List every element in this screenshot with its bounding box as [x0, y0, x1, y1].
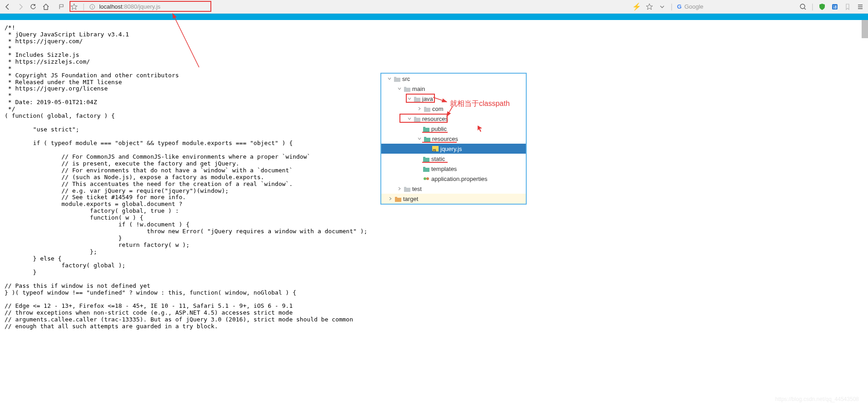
svg-rect-20 — [414, 117, 416, 118]
svg-rect-15 — [414, 98, 420, 102]
svg-rect-26 — [423, 157, 425, 158]
tree-src[interactable]: src — [381, 74, 526, 84]
folder-icon — [394, 76, 400, 81]
tree-resources[interactable]: resources — [381, 114, 526, 124]
folder-icon — [423, 156, 429, 161]
svg-rect-11 — [394, 78, 400, 82]
menu-icon[interactable] — [856, 3, 864, 11]
svg-rect-17 — [424, 108, 430, 112]
star-icon-right[interactable] — [645, 3, 653, 11]
svg-rect-21 — [423, 128, 429, 132]
scrollbar-thumb[interactable] — [862, 20, 868, 38]
project-tree-panel: src main java com resources public resou… — [380, 73, 527, 205]
tree-target[interactable]: target — [381, 194, 526, 204]
back-button[interactable] — [4, 3, 12, 11]
url-host: localhost — [99, 3, 122, 10]
google-icon: G — [677, 3, 682, 10]
js-file-icon — [432, 146, 439, 151]
svg-rect-27 — [423, 168, 429, 172]
info-icon[interactable]: i — [89, 3, 95, 11]
tab-icon[interactable] — [57, 3, 65, 11]
url-port: :8080 — [122, 3, 137, 10]
dropdown-icon[interactable] — [658, 3, 666, 11]
tree-static[interactable]: static — [381, 154, 526, 164]
browser-toolbar: | i localhost:8080/jquery.js ⚡ | G Googl… — [0, 0, 868, 14]
svg-rect-33 — [395, 198, 401, 202]
blue-divider — [0, 14, 868, 20]
annotation-text-classpath: 就相当于classpath — [450, 99, 510, 109]
translate-icon[interactable]: 译 — [831, 3, 839, 11]
svg-rect-23 — [424, 138, 430, 142]
svg-rect-14 — [404, 87, 406, 88]
url-path: /jquery.js — [137, 3, 160, 10]
svg-point-2 — [800, 4, 805, 9]
flash-icon[interactable]: ⚡ — [633, 3, 641, 11]
svg-rect-18 — [424, 107, 426, 108]
folder-icon — [424, 136, 430, 141]
tree-appprops[interactable]: application.properties — [381, 174, 526, 184]
svg-rect-31 — [404, 188, 410, 192]
annotation-underline-public — [422, 132, 448, 133]
svg-rect-12 — [394, 77, 396, 78]
search-engine-label: Google — [684, 3, 703, 10]
tree-main[interactable]: main — [381, 84, 526, 94]
svg-line-3 — [804, 8, 806, 10]
forward-button[interactable] — [16, 3, 25, 11]
tree-public[interactable]: public — [381, 124, 526, 134]
watermark: https://blog.csdn.net/qq_44543508 — [775, 396, 859, 402]
svg-rect-32 — [404, 187, 406, 188]
svg-text:译: 译 — [833, 5, 837, 10]
svg-text:i: i — [92, 5, 93, 9]
svg-rect-34 — [395, 197, 397, 198]
folder-icon — [424, 106, 430, 111]
properties-file-icon — [423, 176, 429, 181]
search-icon[interactable] — [799, 3, 807, 11]
svg-rect-16 — [414, 97, 416, 98]
folder-icon — [395, 196, 401, 201]
svg-rect-22 — [423, 127, 425, 128]
svg-point-29 — [424, 177, 426, 180]
folder-icon — [404, 186, 410, 191]
star-icon[interactable] — [70, 3, 78, 11]
annotation-underline-static — [422, 162, 448, 163]
svg-rect-24 — [424, 137, 426, 138]
annotation-underline-resources2 — [422, 142, 457, 143]
tree-templates[interactable]: templates — [381, 164, 526, 174]
shield-icon[interactable] — [818, 3, 826, 11]
folder-icon — [404, 86, 410, 91]
folder-icon — [414, 116, 420, 121]
folder-icon — [423, 126, 429, 131]
svg-rect-25 — [423, 158, 429, 162]
tree-jquery-selected[interactable]: jquery.js — [381, 144, 526, 154]
svg-rect-13 — [404, 88, 410, 92]
reload-button[interactable] — [29, 3, 37, 11]
folder-icon — [414, 96, 420, 101]
svg-rect-19 — [414, 118, 420, 122]
folder-icon — [423, 166, 429, 171]
svg-rect-28 — [423, 167, 425, 168]
bookmark-icon[interactable] — [843, 3, 852, 11]
home-button[interactable] — [42, 3, 50, 11]
svg-point-30 — [426, 177, 429, 180]
search-box[interactable]: G Google — [677, 3, 703, 10]
tree-test[interactable]: test — [381, 184, 526, 194]
address-bar[interactable]: localhost:8080/jquery.js — [97, 2, 162, 11]
